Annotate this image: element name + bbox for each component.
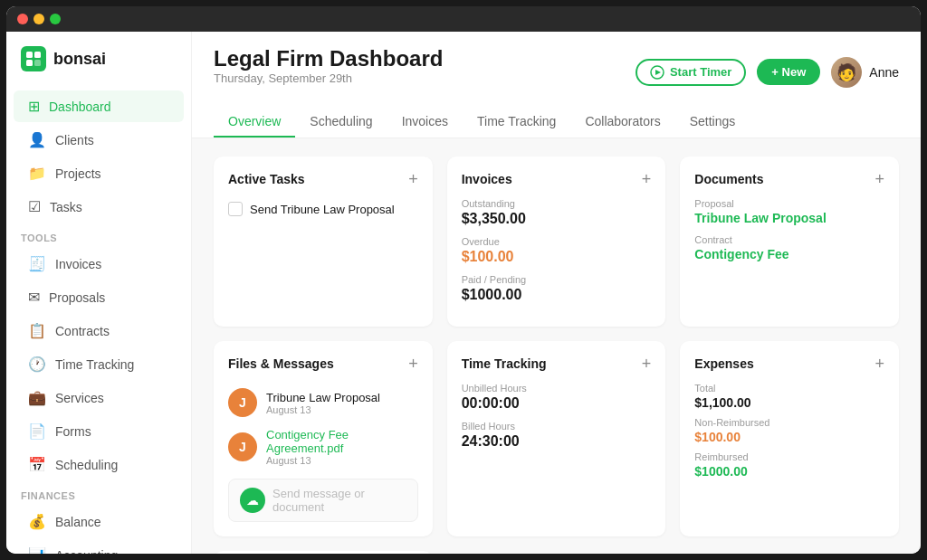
clients-icon: 👤 — [28, 131, 46, 148]
tab-overview[interactable]: Overview — [214, 107, 295, 138]
accounting-icon: 📊 — [28, 546, 46, 554]
sidebar-item-proposals[interactable]: ✉ Proposals — [14, 281, 184, 313]
document-proposal: Proposal Tribune Law Proposal — [694, 198, 884, 225]
tab-settings[interactable]: Settings — [675, 107, 750, 138]
invoice-paid-pending: Paid / Pending $1000.00 — [462, 274, 652, 303]
message-input[interactable]: ☁ Send message or document — [228, 479, 418, 522]
sidebar-item-accounting[interactable]: 📊 Accounting — [14, 539, 184, 554]
sidebar-item-dashboard[interactable]: ⊞ Dashboard — [14, 90, 184, 122]
avatar: 🧑 — [831, 57, 862, 88]
logo: bonsai — [6, 46, 191, 90]
sidebar-item-label: Proposals — [49, 290, 105, 305]
add-document-button[interactable]: + — [874, 171, 884, 187]
maximize-button[interactable] — [50, 14, 61, 24]
sidebar-item-label: Accounting — [55, 548, 118, 555]
tt-billed: Billed Hours 24:30:00 — [462, 421, 652, 450]
logo-icon — [21, 46, 46, 71]
files-messages-card: Files & Messages + J Tribune Law Proposa… — [214, 341, 433, 536]
invoice-outstanding: Outstanding $3,350.00 — [462, 198, 652, 227]
expenses-card: Expenses + Total $1,100.00 Non-Reimburse… — [680, 341, 899, 536]
sidebar-item-label: Tasks — [50, 200, 82, 214]
sidebar-item-projects[interactable]: 📁 Projects — [14, 157, 184, 189]
invoices-title: Invoices — [462, 172, 512, 186]
files-messages-title: Files & Messages — [228, 356, 334, 371]
sidebar: bonsai ⊞ Dashboard 👤 Clients 📁 Projects … — [6, 32, 192, 554]
minimize-button[interactable] — [33, 14, 44, 24]
add-file-button[interactable]: + — [408, 356, 418, 372]
svg-rect-3 — [34, 60, 41, 66]
tab-invoices[interactable]: Invoices — [387, 107, 463, 138]
page-title: Legal Firm Dashboard — [214, 46, 443, 71]
finances-section-label: Finances — [6, 481, 191, 505]
task-item: Send Tribune Law Proposal — [228, 198, 418, 220]
file-info: Contigency Fee Agreement.pdf August 13 — [266, 428, 418, 466]
active-tasks-card: Active Tasks + Send Tribune Law Proposal — [214, 157, 433, 327]
documents-card: Documents + Proposal Tribune Law Proposa… — [680, 157, 899, 327]
sidebar-item-time-tracking[interactable]: 🕐 Time Tracking — [14, 348, 184, 380]
documents-title: Documents — [694, 172, 763, 186]
active-tasks-title: Active Tasks — [228, 172, 305, 186]
header-actions: Start Timer + New 🧑 Anne — [636, 57, 899, 88]
expense-reimbursed: Reimbursed $1000.00 — [694, 451, 884, 479]
app-window: bonsai ⊞ Dashboard 👤 Clients 📁 Projects … — [6, 6, 921, 554]
dashboard-icon: ⊞ — [28, 98, 40, 115]
sidebar-item-services[interactable]: 💼 Services — [14, 382, 184, 413]
sidebar-item-label: Invoices — [55, 257, 101, 271]
tab-collaborators[interactable]: Collaborators — [570, 107, 674, 138]
forms-icon: 📄 — [28, 422, 46, 440]
services-icon: 💼 — [28, 389, 46, 406]
new-button[interactable]: + New — [757, 59, 820, 85]
proposals-icon: ✉ — [28, 289, 40, 306]
expense-total: Total $1,100.00 — [694, 383, 884, 410]
document-contract: Contract Contigency Fee — [694, 234, 884, 261]
file-name-link[interactable]: Contigency Fee Agreement.pdf — [266, 428, 418, 455]
add-expense-button[interactable]: + — [874, 356, 884, 372]
projects-icon: 📁 — [28, 165, 46, 182]
sidebar-item-label: Forms — [55, 424, 91, 439]
sidebar-item-balance[interactable]: 💰 Balance — [14, 506, 184, 537]
user-area: 🧑 Anne — [831, 57, 899, 88]
header-date: Thursday, September 29th — [214, 71, 443, 85]
content-grid: Active Tasks + Send Tribune Law Proposal… — [192, 138, 921, 554]
sidebar-item-label: Scheduling — [55, 458, 118, 472]
close-button[interactable] — [17, 14, 28, 24]
time-tracking-icon: 🕐 — [28, 356, 46, 373]
file-avatar: J — [228, 432, 257, 461]
send-message-icon: ☁ — [240, 488, 265, 513]
sidebar-item-contracts[interactable]: 📋 Contracts — [14, 315, 184, 346]
message-placeholder: Send message or document — [272, 487, 406, 514]
svg-rect-0 — [26, 52, 33, 58]
titlebar — [6, 6, 921, 32]
file-name: Tribune Law Proposal — [266, 391, 380, 404]
tabs: Overview Scheduling Invoices Time Tracki… — [214, 107, 899, 138]
sidebar-item-label: Contracts — [55, 324, 110, 338]
scheduling-icon: 📅 — [28, 456, 46, 473]
add-invoice-button[interactable]: + — [642, 171, 652, 187]
file-info: Tribune Law Proposal August 13 — [266, 391, 380, 415]
sidebar-item-label: Clients — [55, 133, 94, 147]
expenses-title: Expenses — [694, 356, 753, 371]
sidebar-item-scheduling[interactable]: 📅 Scheduling — [14, 449, 184, 480]
sidebar-item-label: Balance — [55, 515, 101, 529]
add-task-button[interactable]: + — [408, 171, 418, 187]
invoices-card: Invoices + Outstanding $3,350.00 Overdue… — [447, 157, 666, 327]
contracts-icon: 📋 — [28, 322, 46, 339]
sidebar-item-invoices[interactable]: 🧾 Invoices — [14, 248, 184, 280]
invoices-icon: 🧾 — [28, 255, 46, 272]
add-time-button[interactable]: + — [642, 356, 652, 372]
sidebar-item-tasks[interactable]: ☑ Tasks — [14, 191, 184, 223]
invoice-overdue: Overdue $100.00 — [462, 236, 652, 265]
main-content: Legal Firm Dashboard Thursday, September… — [192, 32, 921, 554]
start-timer-button[interactable]: Start Timer — [636, 59, 746, 86]
sidebar-item-label: Dashboard — [49, 100, 111, 114]
sidebar-item-clients[interactable]: 👤 Clients — [14, 124, 184, 156]
tab-time-tracking[interactable]: Time Tracking — [463, 107, 570, 138]
tab-scheduling[interactable]: Scheduling — [295, 107, 387, 138]
sidebar-item-label: Time Tracking — [55, 357, 134, 372]
timer-play-icon — [650, 65, 664, 80]
tools-section-label: Tools — [6, 223, 191, 247]
task-checkbox[interactable] — [228, 202, 243, 216]
task-label: Send Tribune Law Proposal — [250, 203, 395, 216]
sidebar-item-forms[interactable]: 📄 Forms — [14, 415, 184, 447]
file-item: J Tribune Law Proposal August 13 — [228, 383, 418, 422]
